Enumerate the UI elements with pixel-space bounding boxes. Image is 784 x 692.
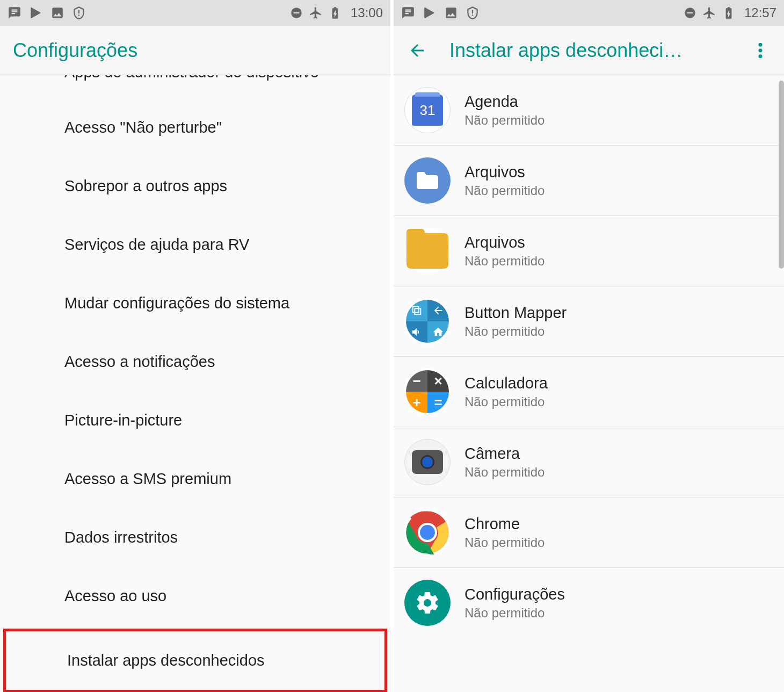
app-name: Câmera [464, 445, 545, 463]
app-row-configuracoes[interactable]: Configurações Não permitido [394, 568, 784, 631]
shield-icon [466, 6, 480, 20]
settings-item-label: Acesso a notificações [64, 353, 215, 370]
settings-item-label: Acesso ao uso [64, 587, 166, 604]
svg-rect-4 [472, 10, 473, 13]
app-name: Arquivos [464, 234, 545, 251]
settings-item[interactable]: Picture-in-picture [0, 391, 390, 450]
settings-item[interactable]: Acesso a notificações [0, 333, 390, 391]
airplane-icon [702, 6, 716, 20]
settings-item[interactable]: Serviços de ajuda para RV [0, 215, 390, 274]
chrome-icon [404, 509, 451, 556]
svg-rect-12 [415, 308, 420, 314]
app-status: Não permitido [464, 606, 565, 621]
app-status: Não permitido [464, 465, 545, 480]
airplane-icon [309, 6, 323, 20]
page-title: Configurações [13, 39, 137, 62]
settings-list[interactable]: Apps de administrador do dispositivo Ace… [0, 75, 390, 692]
svg-point-15 [420, 525, 435, 540]
screen-install-unknown: 12:57 Instalar apps desconheci… 31 Agend… [392, 0, 784, 692]
gear-icon [404, 580, 451, 626]
arrow-left-icon [408, 41, 427, 60]
page-title: Instalar apps desconheci… [449, 39, 683, 62]
status-bar: 12:57 [394, 0, 784, 26]
svg-point-9 [759, 48, 763, 52]
svg-rect-3 [294, 12, 300, 13]
folder-icon [404, 228, 451, 274]
settings-item[interactable]: Sobrepor a outros apps [0, 157, 390, 215]
battery-charging-icon [328, 6, 342, 20]
settings-item-label: Serviços de ajuda para RV [64, 236, 249, 253]
shield-icon [72, 6, 86, 20]
svg-rect-5 [472, 15, 473, 16]
gallery-icon [50, 6, 64, 20]
settings-item-label: Acesso a SMS premium [64, 470, 231, 487]
more-vert-icon [758, 42, 763, 59]
dnd-icon [683, 6, 697, 20]
scrollbar[interactable] [779, 81, 784, 269]
app-name: Chrome [464, 515, 545, 533]
app-name: Button Mapper [464, 304, 567, 322]
settings-item-label: Dados irrestritos [64, 529, 178, 546]
notification-icon [401, 6, 415, 20]
battery-charging-icon [722, 6, 736, 20]
app-name: Agenda [464, 93, 545, 111]
settings-item-label: Apps de administrador do dispositivo [64, 75, 319, 81]
settings-item-label: Acesso "Não perturbe" [64, 119, 222, 136]
app-name: Calculadora [464, 374, 548, 392]
dnd-icon [289, 6, 303, 20]
settings-item[interactable]: Apps de administrador do dispositivo [0, 75, 390, 98]
notification-icon [8, 6, 21, 20]
app-status: Não permitido [464, 254, 545, 269]
app-name: Arquivos [464, 163, 545, 181]
settings-item[interactable]: Acesso "Não perturbe" [0, 98, 390, 157]
camera-icon [404, 439, 451, 485]
app-status: Não permitido [464, 183, 545, 198]
app-row-arquivos-2[interactable]: Arquivos Não permitido [394, 216, 784, 286]
svg-rect-1 [78, 15, 79, 16]
app-status: Não permitido [464, 324, 567, 339]
settings-item-label: Instalar apps desconhecidos [67, 652, 265, 669]
calendar-icon: 31 [404, 87, 451, 133]
app-row-chrome[interactable]: Chrome Não permitido [394, 498, 784, 568]
play-store-icon [423, 6, 437, 20]
gallery-icon [444, 6, 458, 20]
overflow-menu-button[interactable] [750, 40, 771, 61]
app-row-button-mapper[interactable]: Button Mapper Não permitido [394, 286, 784, 357]
settings-item-label: Picture-in-picture [64, 412, 182, 429]
app-status: Não permitido [464, 113, 545, 128]
settings-item[interactable]: Mudar configurações do sistema [0, 274, 390, 333]
settings-item-install-unknown[interactable]: Instalar apps desconhecidos [3, 629, 387, 692]
svg-point-10 [759, 54, 763, 58]
app-name: Configurações [464, 586, 565, 603]
app-row-agenda[interactable]: 31 Agenda Não permitido [394, 75, 784, 146]
svg-point-8 [759, 42, 763, 46]
svg-rect-7 [687, 12, 693, 13]
settings-item[interactable]: Acesso ao uso [0, 567, 390, 625]
button-mapper-icon [404, 298, 451, 344]
calculator-icon: −×+= [404, 369, 451, 415]
app-status: Não permitido [464, 535, 545, 550]
screen-settings: 13:00 Configurações Apps de administrado… [0, 0, 392, 692]
header: Configurações [0, 26, 390, 75]
app-row-calculadora[interactable]: −×+= Calculadora Não permitido [394, 357, 784, 427]
svg-rect-0 [78, 10, 79, 13]
folder-icon [404, 157, 451, 204]
header: Instalar apps desconheci… [394, 26, 784, 75]
status-time: 13:00 [351, 5, 383, 20]
settings-item[interactable]: Dados irrestritos [0, 508, 390, 567]
settings-item-label: Mudar configurações do sistema [64, 294, 289, 312]
app-row-arquivos-1[interactable]: Arquivos Não permitido [394, 146, 784, 216]
apps-list[interactable]: 31 Agenda Não permitido Arquivos Não per… [394, 75, 784, 692]
svg-rect-11 [413, 307, 419, 313]
app-row-camera[interactable]: Câmera Não permitido [394, 427, 784, 498]
app-status: Não permitido [464, 394, 548, 409]
play-store-icon [29, 6, 43, 20]
settings-item-label: Sobrepor a outros apps [64, 177, 227, 194]
status-bar: 13:00 [0, 0, 390, 26]
status-time: 12:57 [744, 5, 776, 20]
back-button[interactable] [406, 40, 428, 61]
settings-item[interactable]: Acesso a SMS premium [0, 450, 390, 508]
